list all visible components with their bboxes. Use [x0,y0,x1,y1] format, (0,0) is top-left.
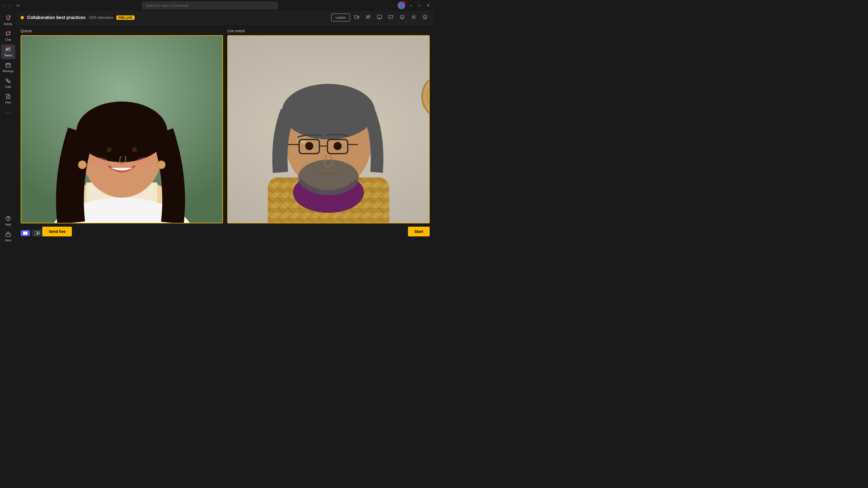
svg-point-4 [6,48,8,50]
info-icon [423,14,428,20]
svg-point-37 [135,157,154,167]
svg-point-29 [76,102,167,162]
help-label: Help [5,223,11,226]
chat-icon: 1 [5,31,11,38]
svg-point-51 [282,84,375,139]
meeting-title-area: Collaboration best practices 3333 attend… [21,15,134,20]
svg-point-10 [8,220,8,220]
chat-panel-button[interactable] [386,13,396,22]
start-button[interactable]: Start [408,227,430,236]
participants-icon [366,14,371,20]
attendee-count: 3333 attendees [89,15,113,20]
controls-row: Send live Start [21,227,430,236]
svg-point-58 [305,142,313,150]
svg-point-52 [298,160,359,195]
sidebar-item-help[interactable]: Help [1,214,15,228]
participants-button[interactable] [364,13,373,22]
store-icon [5,231,11,238]
whiteboard-button[interactable] [375,13,384,22]
single-view-button[interactable] [21,230,30,236]
sidebar: 2 Activity 1 Chat [0,11,16,244]
teams-label: Teams [4,54,12,57]
live-event-video [228,36,429,223]
queue-video [21,36,222,223]
more-icon: ··· [5,109,11,116]
activity-icon: 2 [5,15,11,22]
activity-label: Activity [4,23,12,26]
svg-point-14 [369,15,370,17]
svg-rect-61 [23,231,27,235]
sidebar-item-store[interactable]: Store [1,229,15,244]
bottom-section: Presenter [21,240,430,244]
title-bar-right: 👤 ─ □ ✕ [398,2,432,9]
queue-controls [21,230,42,236]
sidebar-item-files[interactable]: Files [1,92,15,106]
thumbnails-row: Presenter [141,240,266,244]
svg-point-35 [157,161,165,169]
queue-video-art [21,36,222,223]
minimize-button[interactable]: ─ [407,3,414,7]
chat-panel-icon [389,14,393,20]
svg-point-17 [401,16,402,17]
video-toggle-button[interactable] [352,13,361,22]
svg-rect-62 [34,231,37,235]
svg-rect-11 [6,234,10,236]
close-button[interactable]: ✕ [425,3,432,7]
video-icon [354,14,359,20]
compose-button[interactable]: ✏ [14,2,22,9]
svg-point-59 [334,142,342,150]
svg-point-13 [367,16,368,18]
svg-rect-63 [37,231,40,233]
sidebar-item-calls[interactable]: Calls [1,76,15,91]
search-input[interactable] [146,3,274,8]
main-layout: 2 Activity 1 Chat [0,11,434,244]
meeting-body: Queue [16,24,434,244]
sidebar-item-more[interactable]: ··· [1,107,15,118]
svg-rect-8 [6,63,10,67]
content-area: Collaboration best practices 3333 attend… [16,11,434,244]
svg-point-33 [132,147,137,152]
sidebar-item-activity[interactable]: 2 Activity [1,13,15,28]
pre-live-badge: PRE-LIVE [116,15,134,20]
meeting-header: Collaboration best practices 3333 attend… [16,11,434,24]
multi-view-button[interactable] [32,230,42,236]
back-button[interactable]: ‹ [2,2,7,9]
info-button[interactable] [421,13,430,22]
user-avatar[interactable]: 👤 [398,2,405,9]
svg-rect-15 [377,15,382,19]
live-dot [21,16,24,19]
calls-label: Calls [5,86,11,88]
files-label: Files [5,101,11,104]
send-live-button[interactable]: Send live [42,227,72,236]
meetings-icon [5,62,11,69]
settings-icon [411,14,416,20]
maximize-button[interactable]: □ [416,3,423,7]
sidebar-item-meetings[interactable]: Meetings [1,60,15,75]
live-event-panel: Live event [227,29,430,223]
nav-buttons: ‹ › [2,2,12,9]
forward-button[interactable]: › [8,2,12,9]
calls-icon [5,78,11,85]
video-panels-row: Queue [21,29,430,223]
settings-button[interactable] [409,13,418,22]
title-bar-left: ‹ › ✏ [2,2,22,9]
live-event-video-art [228,36,429,223]
svg-point-34 [79,161,87,169]
leave-button[interactable]: Leave [331,13,350,22]
svg-rect-64 [37,233,40,235]
chat-label: Chat [5,38,11,41]
svg-point-60 [301,140,306,143]
svg-point-36 [90,157,108,167]
queue-label: Queue [21,29,223,33]
title-bar: ‹ › ✏ 👤 ─ □ ✕ [0,0,434,11]
sidebar-item-chat[interactable]: 1 Chat [1,29,15,43]
reactions-button[interactable] [398,13,407,22]
sidebar-item-teams[interactable]: 1 Teams [1,44,15,59]
svg-point-21 [425,16,425,16]
queue-panel: Queue [21,29,223,223]
meeting-title: Collaboration best practices [27,15,86,20]
single-view-icon [23,231,27,235]
teams-icon: 1 [5,46,11,54]
svg-rect-12 [354,16,358,19]
svg-point-18 [403,16,403,17]
